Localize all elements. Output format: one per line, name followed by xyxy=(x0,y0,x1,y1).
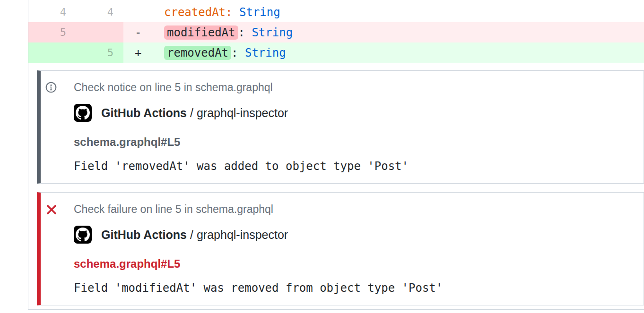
diff-code-line: createdAt: String xyxy=(123,2,644,22)
annotation-app-row: GitHub Actions/graphql-inspector xyxy=(74,104,634,122)
annotation-header: Check notice on line 5 in schema.graphql xyxy=(74,82,634,93)
app-separator: / xyxy=(190,228,193,241)
file-line-link[interactable]: schema.graphql#L5 xyxy=(74,136,634,148)
code-text: createdAt: String xyxy=(164,6,280,19)
deleted-word-highlight: modifiedAt xyxy=(164,25,238,40)
type-token: String xyxy=(245,46,286,59)
annotation-app-row: GitHub Actions/graphql-inspector xyxy=(74,226,634,244)
diff-annotations-view: 4 4 createdAt: String 5 - modifiedAt: St… xyxy=(0,0,644,313)
annotation-header: Check failure on line 5 in schema.graphq… xyxy=(74,204,634,214)
diff-line-added: 5 + removedAt: String xyxy=(28,42,644,63)
type-token: String xyxy=(239,6,280,19)
x-icon xyxy=(46,204,57,215)
annotation-message: Field 'modifiedAt' was removed from obje… xyxy=(74,283,634,294)
check-annotation-notice: Check notice on line 5 in schema.graphql… xyxy=(37,70,644,184)
field-token: createdAt: xyxy=(164,6,233,19)
old-line-number[interactable]: 5 xyxy=(28,22,76,42)
app-separator: / xyxy=(190,106,193,119)
new-line-number[interactable]: 4 xyxy=(76,2,123,22)
diff-line-context: 4 4 createdAt: String xyxy=(28,2,644,22)
type-token: String xyxy=(252,26,293,39)
new-line-number[interactable] xyxy=(76,22,123,42)
separator-token xyxy=(233,6,239,19)
new-line-number[interactable]: 5 xyxy=(76,42,123,63)
app-line: GitHub Actions/graphql-inspector xyxy=(101,104,288,122)
added-word-highlight: removedAt xyxy=(164,46,231,60)
check-annotation-failure: Check failure on line 5 in schema.graphq… xyxy=(37,192,644,305)
code-text: removedAt: String xyxy=(164,46,286,59)
old-line-number[interactable] xyxy=(28,42,76,63)
info-icon xyxy=(45,82,57,93)
inline-annotations: Check notice on line 5 in schema.graphql… xyxy=(28,63,644,305)
file-line-link[interactable]: schema.graphql#L5 xyxy=(74,258,634,270)
app-line: GitHub Actions/graphql-inspector xyxy=(101,226,288,244)
diff-code-line: + removedAt: String xyxy=(123,42,644,63)
diff-code-line: - modifiedAt: String xyxy=(123,22,644,42)
app-name-link[interactable]: GitHub Actions xyxy=(101,106,187,119)
github-logo-icon xyxy=(74,226,92,244)
github-logo-icon xyxy=(74,104,92,122)
app-name-link[interactable]: GitHub Actions xyxy=(101,228,187,241)
old-line-number[interactable]: 4 xyxy=(28,2,76,22)
diff-marker: + xyxy=(135,46,164,59)
diff-marker: - xyxy=(135,26,164,39)
code-text: modifiedAt: String xyxy=(164,26,293,39)
separator-token: : xyxy=(238,26,252,39)
annotation-message: Field 'removedAt' was added to object ty… xyxy=(74,161,634,172)
diff-line-deleted: 5 - modifiedAt: String xyxy=(28,22,644,42)
file-diff-container: 4 4 createdAt: String 5 - modifiedAt: St… xyxy=(28,0,644,310)
diff-section: 4 4 createdAt: String 5 - modifiedAt: St… xyxy=(28,0,644,63)
workflow-name[interactable]: graphql-inspector xyxy=(197,106,288,119)
workflow-name[interactable]: graphql-inspector xyxy=(197,228,288,241)
separator-token: : xyxy=(231,46,245,59)
